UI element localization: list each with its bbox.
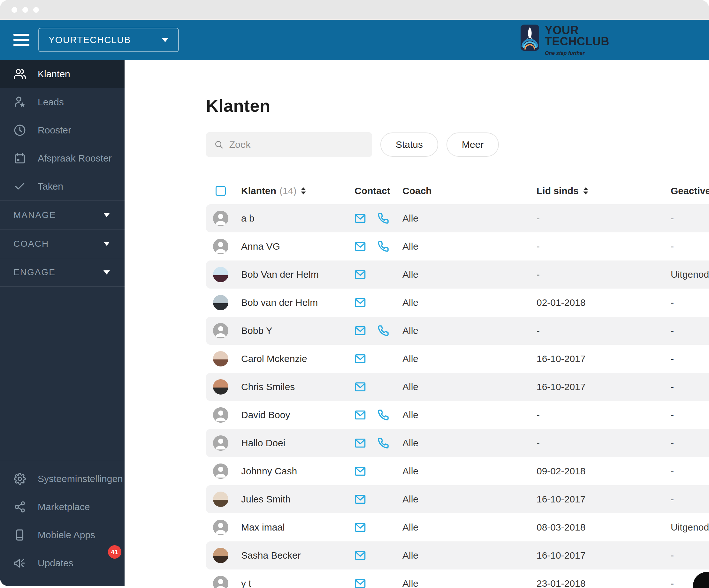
browser-titlebar <box>0 0 709 20</box>
sidebar-item-updates[interactable]: Updates 41 <box>0 549 125 577</box>
meer-filter-button[interactable]: Meer <box>446 132 499 157</box>
mail-icon[interactable] <box>354 325 366 337</box>
geactiveerd-cell: - <box>671 438 709 449</box>
avatar-placeholder <box>213 576 228 588</box>
sidebar-section-label: MANAGE <box>14 210 56 220</box>
club-selector-dropdown[interactable]: YOURTECHCLUB <box>38 28 179 52</box>
clients-table: Klanten (14) Contact Coach Lid sinds Gea… <box>206 178 709 588</box>
contact-cell <box>354 297 402 309</box>
sidebar-item-systeeminstellingen[interactable]: Systeeminstellingen <box>0 465 125 493</box>
sidebar-item-leads[interactable]: Leads <box>0 88 125 116</box>
sidebar-item-rooster[interactable]: Rooster <box>0 116 125 144</box>
mail-icon[interactable] <box>354 409 366 421</box>
club-selector-label: YOURTECHCLUB <box>49 35 131 45</box>
mail-icon[interactable] <box>354 213 366 224</box>
mail-icon[interactable] <box>354 437 366 449</box>
sort-icon[interactable] <box>301 187 306 194</box>
table-row[interactable]: Hallo Doei Alle - - <box>206 429 709 457</box>
table-row[interactable]: Bob Van der Helm Alle - Uitgenodigd <box>206 261 709 289</box>
table-row[interactable]: a b Alle - - <box>206 204 709 232</box>
table-row[interactable]: Chris Smiles Alle 16-10-2017 - <box>206 373 709 401</box>
avatar-photo <box>213 351 228 367</box>
coach-cell: Alle <box>402 438 536 449</box>
geactiveerd-cell: - <box>671 494 709 505</box>
column-lid-sinds: Lid sinds <box>536 185 579 196</box>
contact-cell <box>354 381 402 393</box>
avatar-placeholder <box>213 211 228 226</box>
logo-text-line2: TECHCLUB <box>545 36 609 47</box>
mail-icon[interactable] <box>354 353 366 365</box>
client-name: Max imaal <box>241 522 354 533</box>
table-row[interactable]: Johnny Cash Alle 09-02-2018 - <box>206 457 709 485</box>
mail-icon[interactable] <box>354 269 366 280</box>
avatar-photo <box>213 379 228 395</box>
client-name: Johnny Cash <box>241 466 354 477</box>
sidebar-item-taken[interactable]: Taken <box>0 172 125 201</box>
sidebar-item-mobiele-apps[interactable]: Mobiele Apps <box>0 521 125 549</box>
table-row[interactable]: Max imaal Alle 08-03-2018 Uitgenodigd <box>206 513 709 541</box>
client-name: Sasha Becker <box>241 550 354 561</box>
phone-icon[interactable] <box>377 241 389 252</box>
table-row[interactable]: y t Alle 23-01-2018 - <box>206 569 709 588</box>
avatar-photo <box>213 491 228 507</box>
table-row[interactable]: Jules Smith Alle 16-10-2017 - <box>206 485 709 513</box>
select-all-checkbox[interactable] <box>216 186 226 196</box>
coach-cell: Alle <box>402 494 536 505</box>
sidebar: Klanten Leads Rooster Afspraak Rooster T… <box>0 60 125 586</box>
sidebar-item-label: Afspraak Rooster <box>38 153 112 164</box>
mail-icon[interactable] <box>354 241 366 252</box>
top-app-bar: YOURTECHCLUB YOUR TECHCLUB One step furt <box>0 20 709 60</box>
sidebar-section-manage[interactable]: MANAGE <box>0 201 125 229</box>
table-row[interactable]: Bobb Y Alle - - <box>206 317 709 345</box>
geactiveerd-cell: - <box>671 241 709 252</box>
phone-icon[interactable] <box>377 325 389 337</box>
phone-icon[interactable] <box>377 409 389 421</box>
sidebar-section-label: ENGAGE <box>14 267 56 277</box>
hamburger-menu-icon[interactable] <box>14 34 29 46</box>
search-input[interactable] <box>229 139 364 150</box>
table-row[interactable]: Carol Mckenzie Alle 16-10-2017 - <box>206 345 709 373</box>
table-row[interactable]: Anna VG Alle - - <box>206 232 709 261</box>
mail-icon[interactable] <box>354 550 366 561</box>
table-row[interactable]: Bob van der Helm Alle 02-01-2018 - <box>206 289 709 317</box>
column-contact: Contact <box>354 185 390 196</box>
window-control-dot[interactable] <box>33 7 39 13</box>
window-control-dot[interactable] <box>22 7 28 13</box>
sidebar-item-label: Leads <box>38 97 64 108</box>
lid-sinds-cell: - <box>536 241 671 252</box>
sidebar-item-marketplace[interactable]: Marketplace <box>0 493 125 521</box>
user-star-icon <box>14 96 26 109</box>
mail-icon[interactable] <box>354 578 366 588</box>
page-title: Klanten <box>206 96 709 115</box>
sidebar-item-afspraak-rooster[interactable]: Afspraak Rooster <box>0 144 125 172</box>
sidebar-item-klanten[interactable]: Klanten <box>0 60 125 88</box>
table-row[interactable]: David Booy Alle - - <box>206 401 709 429</box>
mail-icon[interactable] <box>354 297 366 309</box>
status-filter-button[interactable]: Status <box>380 132 438 157</box>
search-box[interactable] <box>206 132 372 157</box>
geactiveerd-cell: Uitgenodigd <box>671 522 709 533</box>
geactiveerd-cell: - <box>671 297 709 308</box>
column-coach: Coach <box>402 185 432 196</box>
phone-icon[interactable] <box>377 213 389 224</box>
mail-icon[interactable] <box>354 522 366 533</box>
brand-logo: YOUR TECHCLUB One step further <box>521 25 609 56</box>
mail-icon[interactable] <box>354 381 366 393</box>
geactiveerd-cell: - <box>671 466 709 477</box>
window-control-dot[interactable] <box>11 7 17 13</box>
sort-icon[interactable] <box>583 187 588 194</box>
table-row[interactable]: Sasha Becker Alle 16-10-2017 - <box>206 541 709 569</box>
avatar-placeholder <box>213 407 228 423</box>
sidebar-section-engage[interactable]: ENGAGE <box>0 258 125 287</box>
mail-icon[interactable] <box>354 493 366 505</box>
lid-sinds-cell: - <box>536 409 671 421</box>
mail-icon[interactable] <box>354 465 366 477</box>
coach-cell: Alle <box>402 241 536 252</box>
contact-cell <box>354 325 402 337</box>
phone-icon[interactable] <box>377 437 389 449</box>
coach-cell: Alle <box>402 522 536 533</box>
contact-cell <box>354 465 402 477</box>
coach-cell: Alle <box>402 409 536 421</box>
coach-cell: Alle <box>402 466 536 477</box>
sidebar-section-coach[interactable]: COACH <box>0 229 125 258</box>
